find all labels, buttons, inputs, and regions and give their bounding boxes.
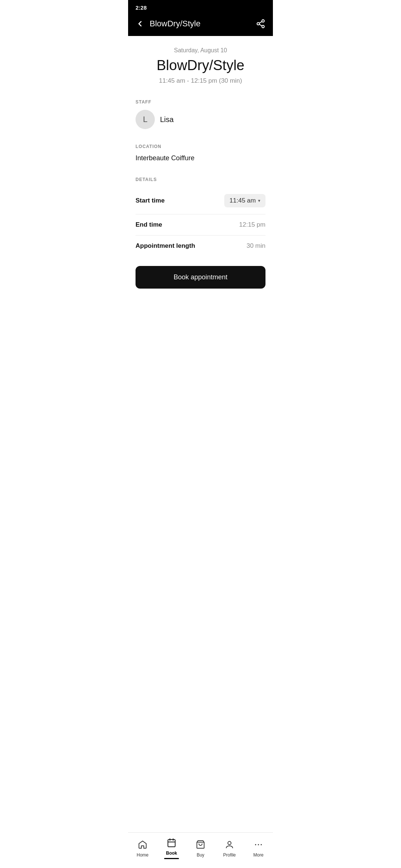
profile-icon bbox=[225, 840, 234, 851]
svg-point-2 bbox=[262, 25, 264, 28]
nav-item-profile[interactable]: Profile bbox=[216, 838, 242, 859]
svg-rect-5 bbox=[168, 839, 175, 847]
book-button-container: Book appointment bbox=[128, 260, 273, 296]
start-time-dropdown[interactable]: 11:45 am ▾ bbox=[224, 194, 265, 207]
svg-point-10 bbox=[228, 841, 231, 845]
chevron-down-icon: ▾ bbox=[258, 198, 260, 203]
svg-point-0 bbox=[262, 20, 264, 22]
svg-point-1 bbox=[257, 23, 260, 25]
share-icon bbox=[256, 19, 265, 29]
book-appointment-button[interactable]: Book appointment bbox=[136, 266, 265, 289]
share-button[interactable] bbox=[254, 17, 267, 30]
nav-more-label: More bbox=[253, 852, 263, 858]
staff-row: L Lisa bbox=[136, 110, 265, 133]
nav-item-buy[interactable]: Buy bbox=[188, 838, 213, 859]
appointment-length-label: Appointment length bbox=[136, 242, 195, 250]
nav-profile-label: Profile bbox=[223, 852, 236, 858]
back-button[interactable] bbox=[134, 18, 146, 30]
svg-line-4 bbox=[259, 22, 262, 23]
start-time-label: Start time bbox=[136, 197, 164, 204]
start-time-row: Start time 11:45 am ▾ bbox=[136, 187, 265, 214]
svg-point-11 bbox=[255, 844, 256, 845]
svg-line-3 bbox=[259, 24, 262, 26]
svg-point-12 bbox=[258, 844, 259, 845]
details-section-label: DETAILS bbox=[136, 177, 265, 182]
nav-item-more[interactable]: More bbox=[245, 838, 271, 859]
location-section: LOCATION Interbeaute Coiffure bbox=[128, 137, 273, 170]
location-section-label: LOCATION bbox=[136, 144, 265, 149]
svg-point-13 bbox=[261, 844, 262, 845]
nav-buy-label: Buy bbox=[197, 852, 205, 858]
status-time: 2:28 bbox=[136, 4, 147, 11]
buy-icon bbox=[196, 840, 205, 851]
home-icon bbox=[138, 840, 147, 851]
more-icon bbox=[254, 840, 263, 851]
bottom-nav: Home Book Buy bbox=[128, 832, 273, 868]
nav-book-label: Book bbox=[166, 851, 177, 856]
nav-home-label: Home bbox=[137, 852, 149, 858]
start-time-value: 11:45 am bbox=[229, 197, 256, 204]
appointment-length-row: Appointment length 30 min bbox=[136, 236, 265, 256]
end-time-row: End time 12:15 pm bbox=[136, 214, 265, 236]
top-nav-bar: BlowDry/Style bbox=[128, 14, 273, 36]
location-name: Interbeaute Coiffure bbox=[136, 154, 265, 166]
status-bar: 2:28 bbox=[128, 0, 273, 14]
end-time-label: End time bbox=[136, 221, 162, 228]
end-time-value: 12:15 pm bbox=[239, 221, 265, 228]
staff-section-label: STAFF bbox=[136, 99, 265, 105]
staff-avatar: L bbox=[136, 110, 155, 129]
staff-section: STAFF L Lisa bbox=[128, 92, 273, 137]
staff-name: Lisa bbox=[160, 115, 174, 124]
appointment-title: BlowDry/Style bbox=[136, 57, 265, 73]
book-icon bbox=[167, 838, 176, 849]
appointment-length-value: 30 min bbox=[247, 242, 265, 250]
staff-avatar-letter: L bbox=[143, 115, 147, 124]
details-section: DETAILS Start time 11:45 am ▾ End time 1… bbox=[128, 170, 273, 260]
nav-item-book[interactable]: Book bbox=[159, 836, 185, 861]
appointment-date: Saturday, August 10 bbox=[136, 47, 265, 54]
appointment-time: 11:45 am - 12:15 pm (30 min) bbox=[136, 77, 265, 85]
page-title: BlowDry/Style bbox=[150, 19, 254, 29]
main-content: Saturday, August 10 BlowDry/Style 11:45 … bbox=[128, 36, 273, 832]
nav-item-home[interactable]: Home bbox=[130, 838, 156, 859]
appointment-header: Saturday, August 10 BlowDry/Style 11:45 … bbox=[128, 36, 273, 92]
back-icon bbox=[136, 19, 144, 28]
